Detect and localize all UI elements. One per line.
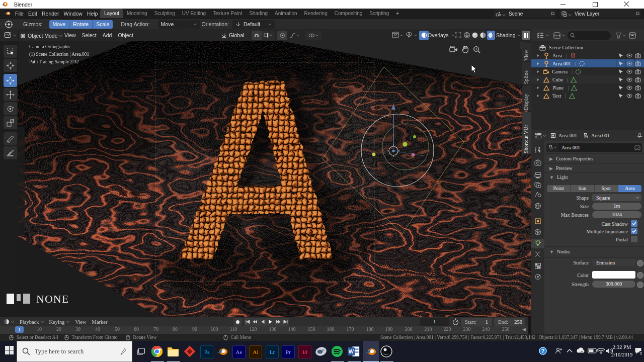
svg-text:?: ? (541, 348, 545, 354)
svg-text:W: W (349, 348, 354, 354)
svg-text:2: 2 (640, 351, 642, 355)
